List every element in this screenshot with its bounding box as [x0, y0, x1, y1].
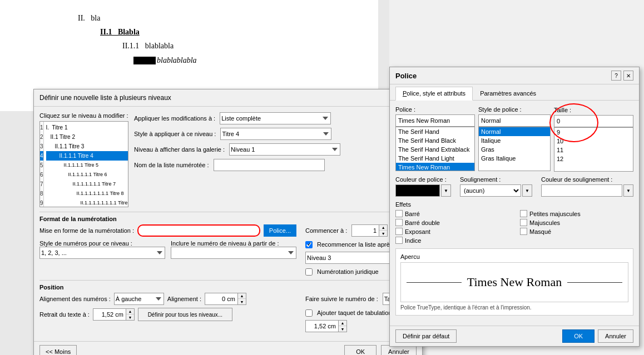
police-item-serif-hand[interactable]: The Serif Hand: [396, 127, 474, 136]
nom-liste-input[interactable]: [214, 159, 325, 171]
apercu-info: Police TrueType, identique à l'écran et …: [400, 304, 628, 311]
taille-list[interactable]: 9 10 11 12: [554, 127, 633, 172]
ajouter-down[interactable]: ▼: [339, 326, 346, 332]
police-help-btn[interactable]: ?: [611, 71, 621, 81]
police-item-serif-light[interactable]: The Serif Hand Light: [396, 154, 474, 163]
niveau-num-2[interactable]: 2: [40, 132, 43, 142]
effet-barre-double-check[interactable]: [395, 219, 403, 226]
niveau-num-5[interactable]: 5: [40, 161, 43, 170]
niveau-item-2[interactable]: II.1 Titre 2: [46, 132, 128, 142]
inclure-col: Inclure le numéro de niveau à partir de …: [171, 240, 296, 259]
effet-indice-check[interactable]: [395, 237, 403, 244]
alignement-up[interactable]: ▲: [238, 293, 246, 299]
list-ok-button[interactable]: OK: [344, 345, 377, 355]
effet-exposant-check[interactable]: [395, 228, 403, 235]
apercu-box: Times New Roman: [400, 262, 628, 302]
style-item-gras-italique[interactable]: Gras Italique: [479, 154, 550, 163]
effet-masque-label: Masqué: [529, 228, 551, 235]
niveau-num-6[interactable]: 6: [40, 170, 43, 179]
police-col: Police : The Serif Hand The Serif Hand B…: [395, 106, 475, 172]
police-item-times[interactable]: Times New Roman: [396, 163, 474, 171]
appliquer-row: Appliquer les modifications à : Liste co…: [134, 112, 417, 124]
juridique-checkbox[interactable]: [305, 268, 313, 276]
taille-item-10[interactable]: 10: [554, 137, 633, 146]
police-list[interactable]: The Serif Hand The Serif Hand Black The …: [395, 127, 475, 171]
niveau-num-7[interactable]: 7: [40, 179, 43, 189]
retrait-input[interactable]: [93, 308, 126, 321]
couleur-arrow[interactable]: ▼: [441, 184, 451, 197]
effet-majuscules-check[interactable]: [520, 219, 527, 226]
definir-btn[interactable]: Définir pour tous les niveaux...: [138, 308, 232, 321]
commencer-down[interactable]: ▼: [379, 231, 387, 236]
commencer-up[interactable]: ▲: [379, 225, 387, 231]
alignement-num-select[interactable]: À gauche: [114, 293, 164, 305]
style-item-italique[interactable]: Italique: [479, 136, 550, 145]
tab-parametres-avances[interactable]: Paramètres avancés: [473, 87, 543, 100]
style-appliquer-select[interactable]: Titre 4: [220, 128, 331, 140]
taille-input[interactable]: [554, 115, 633, 127]
niveau-item-3[interactable]: II.1.1 Titre 3: [46, 142, 128, 151]
apercu-text: Times New Roman: [467, 275, 562, 289]
style-col-label: Style de police :: [478, 106, 551, 113]
style-item-gras[interactable]: Gras: [479, 145, 550, 154]
effet-petites-maj-check[interactable]: [520, 210, 527, 217]
taille-item-12[interactable]: 12: [554, 154, 633, 163]
ajouter-up[interactable]: ▲: [339, 321, 346, 326]
niveau-num-8[interactable]: 8: [40, 189, 43, 198]
niveau-num-3[interactable]: 3: [40, 142, 43, 151]
couleur-soulign-swatch[interactable]: [541, 184, 622, 197]
police-item-serif-extra[interactable]: The Serif Hand Extrablack: [396, 145, 474, 154]
alignement-down[interactable]: ▼: [238, 299, 246, 304]
mise-forme-input[interactable]: [137, 224, 260, 237]
style-input[interactable]: [478, 114, 551, 127]
soulignement-label: Soulignement :: [460, 176, 532, 183]
niveau-label: Cliquez sur le niveau à modifier :: [39, 112, 128, 119]
niveau-item-4[interactable]: II.1.1.1 Titre 4: [46, 151, 128, 161]
retrait-down[interactable]: ▼: [126, 314, 134, 320]
police-button[interactable]: Police...: [264, 224, 296, 237]
police-input[interactable]: [395, 114, 475, 127]
alignement-input[interactable]: [205, 293, 238, 305]
appliquer-select[interactable]: Liste complète: [220, 112, 331, 124]
niveau-item-7[interactable]: II.1.1.1.1.1.1 Titre 7: [46, 179, 128, 189]
police-ok-button[interactable]: OK: [562, 329, 595, 343]
soulignement-select[interactable]: (aucun): [460, 184, 521, 197]
niveau-item-8[interactable]: II.1.1.1.1.1.1.1 Titre 8: [46, 189, 128, 198]
inclure-select[interactable]: [171, 247, 296, 259]
effet-majuscules-label: Majuscules: [529, 219, 560, 226]
taille-item-11[interactable]: 11: [554, 146, 633, 154]
defaut-button[interactable]: Définir par défaut: [395, 329, 457, 343]
effet-petites-maj: Petites majuscules: [520, 210, 633, 217]
effet-barre-check[interactable]: [395, 210, 403, 217]
ajouter-checkbox[interactable]: [305, 309, 313, 317]
police-item-serif-black[interactable]: The Serif Hand Black: [396, 136, 474, 145]
taille-item-9[interactable]: 9: [554, 128, 633, 137]
style-list[interactable]: Normal Italique Gras Gras Italique: [478, 127, 551, 171]
niveau-galerie-select[interactable]: Niveau 1: [229, 143, 340, 156]
couleur-swatch[interactable]: [395, 184, 440, 197]
juridique-label: Numérotation juridique: [317, 268, 379, 275]
niveau-num-4[interactable]: 4: [40, 151, 43, 161]
niveau-item-9[interactable]: II.1.1.1.1.1.1.1.1 Titre 9: [46, 198, 128, 207]
style-item-normal[interactable]: Normal: [479, 127, 550, 136]
niveau-item-5[interactable]: II.1.1.1.1 Titre 5: [46, 161, 128, 170]
style-num-col: Style de numéros pour ce niveau : 1, 2, …: [39, 240, 165, 259]
effet-masque-check[interactable]: [520, 228, 527, 235]
moins-button[interactable]: << Moins: [39, 345, 77, 355]
soulignement-arrow[interactable]: ▼: [522, 184, 532, 197]
police-annuler-button[interactable]: Annuler: [598, 329, 633, 343]
commencer-input[interactable]: [351, 224, 379, 237]
niveau-item-1[interactable]: I. Titre 1: [46, 123, 128, 132]
recommencer-checkbox[interactable]: [305, 241, 313, 248]
alignement-arrows: ▲ ▼: [238, 293, 246, 305]
niveau-list[interactable]: 1 2 3 4 5 6 7 8 9 I. Titre 1 II.1 Titre …: [39, 121, 128, 207]
niveau-num-1[interactable]: 1: [40, 123, 43, 132]
niveau-item-6[interactable]: II.1.1.1.1.1 Titre 6: [46, 170, 128, 179]
style-num-select[interactable]: 1, 2, 3, ...: [39, 247, 165, 259]
police-close-btn[interactable]: ✕: [623, 71, 633, 81]
tab-police-style[interactable]: Police, style et attributs: [395, 87, 473, 101]
couleur-soulign-arrow[interactable]: ▼: [623, 184, 633, 197]
ajouter-input[interactable]: [305, 320, 339, 332]
niveau-num-9[interactable]: 9: [40, 198, 43, 207]
retrait-up[interactable]: ▲: [126, 309, 134, 314]
